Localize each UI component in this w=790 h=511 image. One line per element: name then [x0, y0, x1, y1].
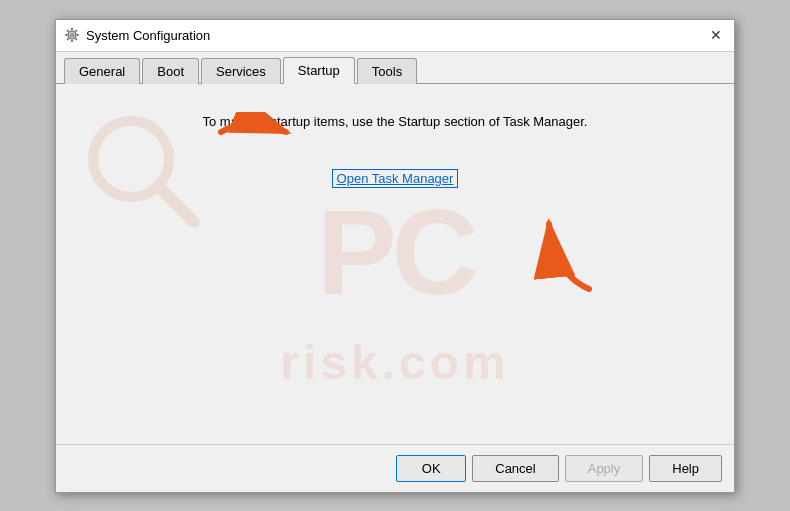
gear-icon [64, 27, 80, 43]
svg-line-4 [159, 187, 194, 222]
system-configuration-window: System Configuration ✕ General Boot Serv… [55, 19, 735, 493]
content-area: PC risk.com To manage startup items, use… [56, 84, 734, 444]
title-bar-left: System Configuration [64, 27, 210, 43]
open-task-manager-link[interactable]: Open Task Manager [332, 169, 459, 188]
tab-general[interactable]: General [64, 58, 140, 84]
watermark-risk-text: risk.com [280, 335, 509, 390]
help-button[interactable]: Help [649, 455, 722, 482]
watermark: PC risk.com [56, 84, 734, 444]
startup-info-text: To manage startup items, use the Startup… [203, 114, 588, 129]
cancel-button[interactable]: Cancel [472, 455, 558, 482]
tab-tools[interactable]: Tools [357, 58, 417, 84]
ok-button[interactable]: OK [396, 455, 466, 482]
link-area: Open Task Manager [80, 169, 710, 188]
tab-boot[interactable]: Boot [142, 58, 199, 84]
tab-bar: General Boot Services Startup Tools [56, 52, 734, 84]
svg-point-2 [70, 33, 74, 37]
button-bar: OK Cancel Apply Help [56, 444, 734, 492]
tab-startup[interactable]: Startup [283, 57, 355, 84]
tab-services[interactable]: Services [201, 58, 281, 84]
title-bar: System Configuration ✕ [56, 20, 734, 52]
window-title: System Configuration [86, 28, 210, 43]
close-button[interactable]: ✕ [706, 25, 726, 45]
apply-button: Apply [565, 455, 644, 482]
watermark-pc-text: PC [317, 192, 474, 312]
arrow-to-task-manager [534, 214, 604, 297]
